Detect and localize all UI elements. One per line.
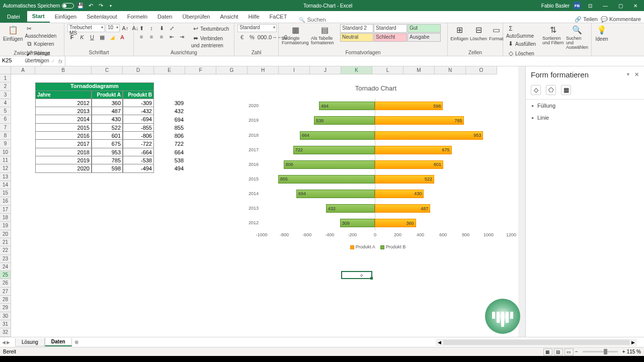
add-sheet-button[interactable]: ⊕ (72, 339, 81, 345)
fx-icon[interactable]: fx (58, 58, 63, 64)
tab-help[interactable]: Hilfe (244, 11, 265, 23)
align-center-icon[interactable]: ≡ (147, 33, 156, 41)
indent-left-icon[interactable]: ⇤ (167, 33, 176, 41)
align-bottom-icon[interactable]: ⬇ (157, 24, 166, 32)
row-header-8[interactable]: 8 (0, 132, 11, 140)
col-header-H[interactable]: H (248, 66, 279, 74)
tab-view[interactable]: Ansicht (215, 11, 243, 23)
undo-icon[interactable]: ↶ (87, 2, 94, 9)
cells-delete-button[interactable]: ⊟Löschen (470, 24, 487, 41)
toggle-switch[interactable] (62, 3, 74, 9)
increase-font-icon[interactable]: A↑ (121, 24, 130, 32)
bar-produkt-a[interactable]: 522 (375, 175, 434, 184)
cells-insert-button[interactable]: ⊞Einfügen (451, 24, 468, 41)
paste-button[interactable]: 📋Einfügen (3, 24, 23, 42)
redo-icon[interactable]: ↷ (97, 2, 104, 9)
cells-format-button[interactable]: ▭Format (489, 24, 504, 41)
tab-facet[interactable]: FaCET (265, 11, 292, 23)
cell-style-std2[interactable]: Standard 2 (340, 24, 373, 33)
sheet-tab-losung[interactable]: Lösung (15, 338, 45, 346)
row-header-27[interactable]: 27 (0, 288, 11, 296)
row-header-6[interactable]: 6 (0, 115, 11, 123)
autosum-button[interactable]: ΣAutoSumme (506, 24, 540, 39)
row-header-7[interactable]: 7 (0, 124, 11, 132)
col-header-M[interactable]: M (404, 66, 435, 74)
percent-icon[interactable]: % (248, 33, 257, 41)
cell[interactable]: 309 (154, 99, 185, 107)
inc-decimal-icon[interactable]: .0→ (268, 33, 277, 41)
ideas-button[interactable]: 💡Ideen (595, 24, 609, 42)
bar-produkt-a[interactable]: 601 (375, 160, 443, 169)
table-row[interactable]: 2013487-432 (35, 107, 154, 115)
tab-review[interactable]: Überprüfen (177, 11, 215, 23)
pane-close-icon[interactable]: ✕ (634, 71, 639, 78)
size-props-icon[interactable]: ▦ (561, 85, 571, 95)
sort-filter-button[interactable]: ⇅Sortieren und Filtern (542, 24, 564, 45)
italic-button[interactable]: K (77, 33, 87, 41)
bar-produkt-b[interactable]: 432 (326, 204, 375, 213)
row-header-3[interactable]: 3 (0, 91, 11, 99)
table-row[interactable]: 2015522-855 (35, 124, 154, 132)
comments-button[interactable]: 💬 Kommentare (601, 16, 641, 23)
col-header-C[interactable]: C (92, 66, 123, 74)
sheet-nav-next-icon[interactable]: ▶ (7, 340, 10, 345)
close-icon[interactable]: ✕ (630, 3, 641, 9)
pane-section-line[interactable]: Linie (526, 112, 644, 124)
bar-produkt-a[interactable]: 487 (375, 204, 430, 213)
bar-produkt-b[interactable]: 664 (300, 131, 375, 140)
wrap-text-button[interactable]: ↩Textumbruch (191, 24, 231, 33)
table-row[interactable]: 2019785-538 (35, 156, 154, 164)
user-name[interactable]: Fabio Basler (541, 3, 570, 9)
copy-button[interactable]: ⧉Kopieren (25, 39, 61, 48)
border-button[interactable]: ▦ (98, 33, 107, 41)
row-header-12[interactable]: 12 (0, 164, 11, 172)
indent-right-icon[interactable]: ⇥ (177, 33, 186, 41)
format-as-table-button[interactable]: ▤Als Tabelle formatieren (311, 24, 338, 45)
tab-start[interactable]: Start (27, 11, 50, 23)
bar-produkt-b[interactable]: 309 (340, 219, 375, 227)
font-size-combo[interactable]: 10 (106, 24, 120, 32)
row-header-18[interactable]: 18 (0, 214, 11, 222)
vertical-scrollbar[interactable] (518, 66, 525, 337)
col-produkt-b[interactable]: Produkt B (123, 91, 154, 99)
tab-layout[interactable]: Seitenlayout (82, 11, 122, 23)
row-header-17[interactable]: 17 (0, 206, 11, 214)
align-left-icon[interactable]: ≡ (137, 33, 146, 41)
sheet-nav-prev-icon[interactable]: ◀ (2, 340, 6, 345)
cell-style-gut[interactable]: Gut (408, 24, 441, 33)
bar-produkt-b[interactable]: 538 (314, 116, 375, 125)
row-header-21[interactable]: 21 (0, 238, 11, 246)
qat-dropdown-icon[interactable]: ▾ (107, 2, 114, 9)
ribbon-display-icon[interactable]: ⊡ (585, 3, 596, 9)
zoom-in-icon[interactable]: + (622, 349, 625, 354)
row-header-23[interactable]: 23 (0, 255, 11, 263)
cell-style-ausgabe[interactable]: Ausgabe (408, 33, 441, 42)
bar-produkt-a[interactable]: 598 (375, 102, 443, 110)
row-header-11[interactable]: 11 (0, 156, 11, 164)
select-all-corner[interactable] (0, 66, 11, 74)
cell-style-schlecht[interactable]: Schlecht (374, 33, 407, 42)
tab-formulas[interactable]: Formeln (122, 11, 152, 23)
cell[interactable]: 694 (154, 116, 185, 124)
row-header-16[interactable]: 16 (0, 197, 11, 205)
cell[interactable]: 806 (154, 132, 185, 140)
cell[interactable]: 855 (154, 124, 185, 132)
row-header-26[interactable]: 26 (0, 279, 11, 287)
row-header-1[interactable]: 1 (0, 74, 11, 82)
currency-icon[interactable]: € (237, 33, 247, 41)
col-header-J[interactable]: J (310, 66, 341, 74)
pane-section-fill[interactable]: Füllung (526, 100, 644, 112)
maximize-icon[interactable]: ▢ (615, 3, 626, 9)
bar-produkt-a[interactable]: 953 (375, 131, 483, 140)
row-header-20[interactable]: 20 (0, 230, 11, 238)
tab-insert[interactable]: Einfügen (50, 11, 82, 23)
search-box[interactable]: Suchen (299, 17, 326, 23)
table-row[interactable]: 2012360-309 (35, 99, 154, 107)
pane-options-icon[interactable]: ▾ (627, 71, 629, 78)
bar-produkt-b[interactable]: 806 (284, 160, 375, 169)
row-header-31[interactable]: 31 (0, 320, 11, 328)
col-header-E[interactable]: E (154, 66, 185, 74)
row-header-24[interactable]: 24 (0, 263, 11, 271)
table-row[interactable]: 2014430-694 (35, 115, 154, 123)
cell-style-std[interactable]: Standard (374, 24, 407, 33)
